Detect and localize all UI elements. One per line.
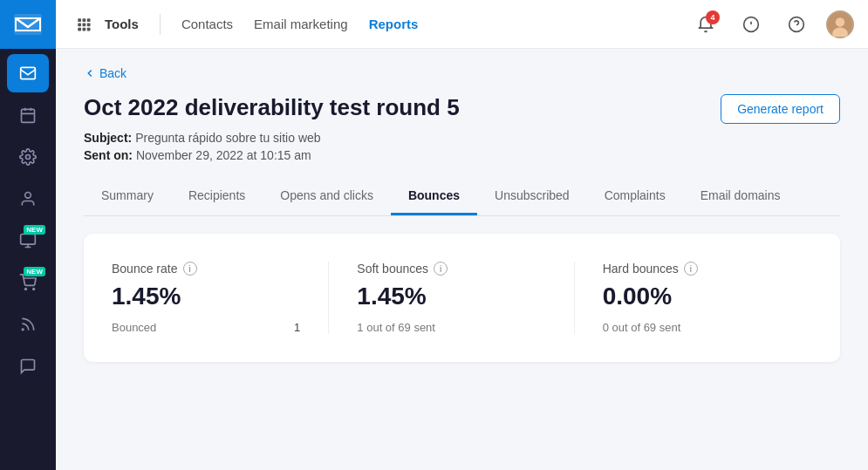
stat-soft-bounces: Soft bounces i 1.45% 1 out of 69 sent [329, 262, 574, 334]
svg-rect-11 [87, 18, 91, 22]
soft-bounces-text: Soft bounces [357, 262, 428, 276]
soft-bounces-value: 1.45% [357, 283, 545, 310]
svg-rect-13 [83, 23, 86, 26]
svg-rect-10 [83, 18, 86, 22]
tab-email-domains[interactable]: Email domains [683, 180, 798, 215]
svg-rect-16 [83, 27, 86, 31]
svg-rect-2 [22, 109, 35, 122]
svg-rect-5 [21, 235, 36, 245]
generate-report-button[interactable]: Generate report [721, 94, 840, 124]
tab-opens-and-clicks[interactable]: Opens and clicks [263, 180, 391, 215]
sent-on-label: Sent on: [84, 148, 133, 162]
sent-on-value: November 29, 2022 at 10:15 am [136, 148, 311, 162]
hard-bounces-detail: 0 out of 69 sent [603, 321, 791, 334]
soft-bounces-label: Soft bounces i [357, 262, 545, 276]
soft-bounces-detail: 1 out of 69 sent [357, 321, 545, 334]
sidebar-item-calendar[interactable] [7, 96, 49, 134]
svg-rect-12 [78, 23, 81, 26]
sidebar-item-contacts[interactable] [7, 180, 49, 218]
topnav-right: 4 [690, 9, 854, 40]
stat-hard-bounces: Hard bounces i 0.00% 0 out of 69 sent [575, 262, 819, 334]
notifications-icon[interactable]: 4 [690, 9, 721, 40]
soft-bounces-detail-label: 1 out of 69 sent [357, 321, 435, 334]
svg-rect-1 [21, 67, 36, 78]
topnav-tools-label: Tools [105, 17, 139, 31]
back-label: Back [99, 66, 126, 80]
svg-point-3 [26, 155, 31, 160]
sidebar-item-settings[interactable] [7, 138, 49, 176]
hard-bounces-info-icon[interactable]: i [684, 262, 698, 276]
svg-point-4 [25, 193, 31, 199]
hard-bounces-detail-label: 0 out of 69 sent [603, 321, 681, 334]
stats-section: Bounce rate i 1.45% Bounced 1 Soft bounc… [84, 234, 840, 362]
svg-point-6 [25, 289, 27, 290]
tabs-nav: Summary Recipients Opens and clicks Boun… [84, 180, 840, 216]
main-container: Tools Contacts Email marketing Reports 4 [56, 0, 868, 470]
bounce-rate-detail-count: 1 [294, 321, 300, 334]
page-header: Oct 2022 deliverability test round 5 Gen… [84, 94, 840, 124]
hard-bounces-label: Hard bounces i [603, 262, 791, 276]
tab-recipients[interactable]: Recipients [171, 180, 263, 215]
bell-icon[interactable] [735, 9, 767, 40]
tab-complaints[interactable]: Complaints [587, 180, 683, 215]
topnav: Tools Contacts Email marketing Reports 4 [56, 0, 868, 49]
user-avatar[interactable] [826, 10, 854, 38]
sent-on-info: Sent on: November 29, 2022 at 10:15 am [84, 148, 840, 162]
soft-bounces-info-icon[interactable]: i [434, 262, 448, 276]
sidebar-logo[interactable] [0, 0, 56, 49]
tab-summary[interactable]: Summary [84, 180, 171, 215]
topnav-divider [160, 14, 161, 35]
notification-badge: 4 [706, 10, 720, 24]
topnav-reports[interactable]: Reports [369, 17, 419, 31]
sidebar-item-email[interactable] [7, 54, 49, 92]
svg-point-8 [22, 329, 24, 330]
subject-info: Subject: Pregunta rápido sobre tu sitio … [84, 131, 840, 145]
topnav-email-marketing[interactable]: Email marketing [254, 17, 348, 31]
sidebar-item-campaigns[interactable]: NEW [7, 221, 49, 260]
sidebar-item-rss[interactable] [7, 305, 49, 344]
hard-bounces-value: 0.00% [603, 283, 791, 310]
svg-rect-17 [87, 27, 91, 31]
tab-bounces[interactable]: Bounces [391, 180, 477, 215]
svg-rect-9 [78, 18, 81, 22]
sidebar: NEW NEW [0, 0, 56, 470]
stat-bounce-rate: Bounce rate i 1.45% Bounced 1 [105, 262, 329, 334]
svg-rect-0 [14, 14, 42, 35]
svg-rect-14 [87, 23, 91, 26]
subject-value: Pregunta rápido sobre tu sitio web [135, 131, 320, 145]
help-icon[interactable] [781, 9, 812, 40]
back-link[interactable]: Back [84, 66, 840, 80]
campaigns-new-badge: NEW [24, 225, 45, 235]
content-area: Back Oct 2022 deliverability test round … [56, 49, 868, 470]
page-title: Oct 2022 deliverability test round 5 [84, 94, 460, 121]
bounce-rate-text: Bounce rate [112, 262, 178, 276]
subject-label: Subject: [84, 131, 132, 145]
sidebar-item-support[interactable] [7, 347, 49, 385]
bounce-rate-info-icon[interactable]: i [183, 262, 197, 276]
bounce-rate-detail-label: Bounced [112, 321, 156, 334]
bounce-rate-label: Bounce rate i [112, 262, 300, 276]
svg-point-7 [33, 289, 35, 290]
topnav-contacts[interactable]: Contacts [181, 17, 233, 31]
grid-icon[interactable] [70, 10, 98, 38]
svg-rect-15 [78, 27, 81, 31]
sidebar-item-shop[interactable]: NEW [7, 263, 49, 302]
svg-point-24 [836, 17, 845, 27]
tab-unsubscribed[interactable]: Unsubscribed [477, 180, 587, 215]
bounce-rate-value: 1.45% [112, 283, 300, 310]
shop-new-badge: NEW [24, 267, 45, 276]
bounce-rate-detail: Bounced 1 [112, 321, 300, 334]
hard-bounces-text: Hard bounces [603, 262, 679, 276]
